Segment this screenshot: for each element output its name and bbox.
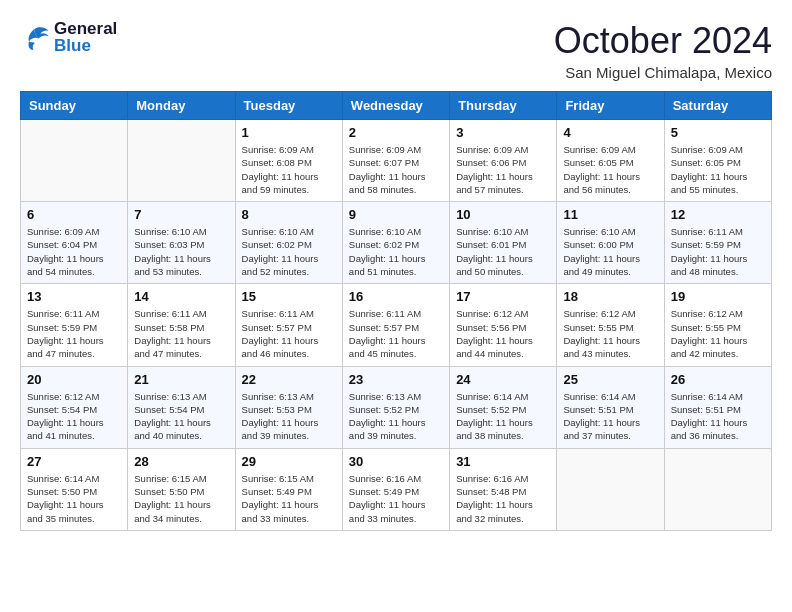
day-number: 16 [349,289,443,304]
page-header: General Blue October 2024 San Miguel Chi… [20,20,772,81]
calendar-cell: 18Sunrise: 6:12 AMSunset: 5:55 PMDayligh… [557,284,664,366]
day-number: 10 [456,207,550,222]
calendar-cell: 19Sunrise: 6:12 AMSunset: 5:55 PMDayligh… [664,284,771,366]
calendar-cell: 8Sunrise: 6:10 AMSunset: 6:02 PMDaylight… [235,202,342,284]
day-number: 23 [349,372,443,387]
weekday-header: Tuesday [235,92,342,120]
calendar-cell: 11Sunrise: 6:10 AMSunset: 6:00 PMDayligh… [557,202,664,284]
day-number: 13 [27,289,121,304]
calendar-cell: 10Sunrise: 6:10 AMSunset: 6:01 PMDayligh… [450,202,557,284]
day-info: Sunrise: 6:12 AMSunset: 5:56 PMDaylight:… [456,307,550,360]
calendar-cell: 17Sunrise: 6:12 AMSunset: 5:56 PMDayligh… [450,284,557,366]
day-number: 1 [242,125,336,140]
day-info: Sunrise: 6:10 AMSunset: 6:02 PMDaylight:… [349,225,443,278]
calendar-cell [664,448,771,530]
day-number: 2 [349,125,443,140]
day-info: Sunrise: 6:12 AMSunset: 5:55 PMDaylight:… [671,307,765,360]
calendar-cell: 13Sunrise: 6:11 AMSunset: 5:59 PMDayligh… [21,284,128,366]
calendar-week-row: 6Sunrise: 6:09 AMSunset: 6:04 PMDaylight… [21,202,772,284]
day-number: 4 [563,125,657,140]
calendar-week-row: 1Sunrise: 6:09 AMSunset: 6:08 PMDaylight… [21,120,772,202]
day-number: 26 [671,372,765,387]
day-number: 8 [242,207,336,222]
day-info: Sunrise: 6:15 AMSunset: 5:49 PMDaylight:… [242,472,336,525]
day-info: Sunrise: 6:10 AMSunset: 6:03 PMDaylight:… [134,225,228,278]
day-number: 29 [242,454,336,469]
calendar-cell: 31Sunrise: 6:16 AMSunset: 5:48 PMDayligh… [450,448,557,530]
calendar-cell: 20Sunrise: 6:12 AMSunset: 5:54 PMDayligh… [21,366,128,448]
day-info: Sunrise: 6:11 AMSunset: 5:57 PMDaylight:… [242,307,336,360]
day-number: 12 [671,207,765,222]
day-info: Sunrise: 6:10 AMSunset: 6:02 PMDaylight:… [242,225,336,278]
day-number: 9 [349,207,443,222]
day-info: Sunrise: 6:16 AMSunset: 5:48 PMDaylight:… [456,472,550,525]
calendar-cell: 15Sunrise: 6:11 AMSunset: 5:57 PMDayligh… [235,284,342,366]
calendar-cell: 1Sunrise: 6:09 AMSunset: 6:08 PMDaylight… [235,120,342,202]
day-info: Sunrise: 6:11 AMSunset: 5:58 PMDaylight:… [134,307,228,360]
calendar-cell: 2Sunrise: 6:09 AMSunset: 6:07 PMDaylight… [342,120,449,202]
day-info: Sunrise: 6:09 AMSunset: 6:08 PMDaylight:… [242,143,336,196]
day-number: 28 [134,454,228,469]
day-info: Sunrise: 6:14 AMSunset: 5:51 PMDaylight:… [671,390,765,443]
day-number: 31 [456,454,550,469]
day-info: Sunrise: 6:09 AMSunset: 6:05 PMDaylight:… [671,143,765,196]
calendar-cell: 27Sunrise: 6:14 AMSunset: 5:50 PMDayligh… [21,448,128,530]
day-info: Sunrise: 6:14 AMSunset: 5:52 PMDaylight:… [456,390,550,443]
calendar-cell: 23Sunrise: 6:13 AMSunset: 5:52 PMDayligh… [342,366,449,448]
weekday-header: Saturday [664,92,771,120]
logo-icon [20,24,50,52]
day-info: Sunrise: 6:09 AMSunset: 6:04 PMDaylight:… [27,225,121,278]
day-info: Sunrise: 6:11 AMSunset: 5:57 PMDaylight:… [349,307,443,360]
day-number: 15 [242,289,336,304]
weekday-header-row: SundayMondayTuesdayWednesdayThursdayFrid… [21,92,772,120]
calendar-cell: 25Sunrise: 6:14 AMSunset: 5:51 PMDayligh… [557,366,664,448]
weekday-header: Monday [128,92,235,120]
day-info: Sunrise: 6:09 AMSunset: 6:05 PMDaylight:… [563,143,657,196]
day-number: 17 [456,289,550,304]
day-info: Sunrise: 6:14 AMSunset: 5:51 PMDaylight:… [563,390,657,443]
calendar-cell: 16Sunrise: 6:11 AMSunset: 5:57 PMDayligh… [342,284,449,366]
calendar-cell: 3Sunrise: 6:09 AMSunset: 6:06 PMDaylight… [450,120,557,202]
weekday-header: Sunday [21,92,128,120]
day-number: 14 [134,289,228,304]
day-info: Sunrise: 6:09 AMSunset: 6:07 PMDaylight:… [349,143,443,196]
day-number: 19 [671,289,765,304]
day-number: 5 [671,125,765,140]
day-info: Sunrise: 6:11 AMSunset: 5:59 PMDaylight:… [671,225,765,278]
day-info: Sunrise: 6:16 AMSunset: 5:49 PMDaylight:… [349,472,443,525]
day-info: Sunrise: 6:14 AMSunset: 5:50 PMDaylight:… [27,472,121,525]
calendar-cell: 4Sunrise: 6:09 AMSunset: 6:05 PMDaylight… [557,120,664,202]
day-number: 6 [27,207,121,222]
day-info: Sunrise: 6:12 AMSunset: 5:54 PMDaylight:… [27,390,121,443]
calendar-cell: 14Sunrise: 6:11 AMSunset: 5:58 PMDayligh… [128,284,235,366]
calendar-cell: 24Sunrise: 6:14 AMSunset: 5:52 PMDayligh… [450,366,557,448]
day-number: 11 [563,207,657,222]
weekday-header: Friday [557,92,664,120]
day-number: 7 [134,207,228,222]
location: San Miguel Chimalapa, Mexico [554,64,772,81]
calendar-week-row: 20Sunrise: 6:12 AMSunset: 5:54 PMDayligh… [21,366,772,448]
month-title: October 2024 [554,20,772,62]
logo: General Blue [20,20,117,55]
calendar-week-row: 13Sunrise: 6:11 AMSunset: 5:59 PMDayligh… [21,284,772,366]
day-number: 3 [456,125,550,140]
logo-line2: Blue [54,37,117,56]
calendar-cell: 7Sunrise: 6:10 AMSunset: 6:03 PMDaylight… [128,202,235,284]
day-info: Sunrise: 6:10 AMSunset: 6:01 PMDaylight:… [456,225,550,278]
day-number: 27 [27,454,121,469]
calendar-table: SundayMondayTuesdayWednesdayThursdayFrid… [20,91,772,531]
calendar-cell: 28Sunrise: 6:15 AMSunset: 5:50 PMDayligh… [128,448,235,530]
day-number: 21 [134,372,228,387]
day-info: Sunrise: 6:09 AMSunset: 6:06 PMDaylight:… [456,143,550,196]
day-info: Sunrise: 6:10 AMSunset: 6:00 PMDaylight:… [563,225,657,278]
day-info: Sunrise: 6:11 AMSunset: 5:59 PMDaylight:… [27,307,121,360]
calendar-cell [128,120,235,202]
day-number: 18 [563,289,657,304]
calendar-cell [557,448,664,530]
weekday-header: Wednesday [342,92,449,120]
day-number: 20 [27,372,121,387]
day-number: 24 [456,372,550,387]
calendar-cell: 26Sunrise: 6:14 AMSunset: 5:51 PMDayligh… [664,366,771,448]
title-block: October 2024 San Miguel Chimalapa, Mexic… [554,20,772,81]
calendar-cell: 21Sunrise: 6:13 AMSunset: 5:54 PMDayligh… [128,366,235,448]
